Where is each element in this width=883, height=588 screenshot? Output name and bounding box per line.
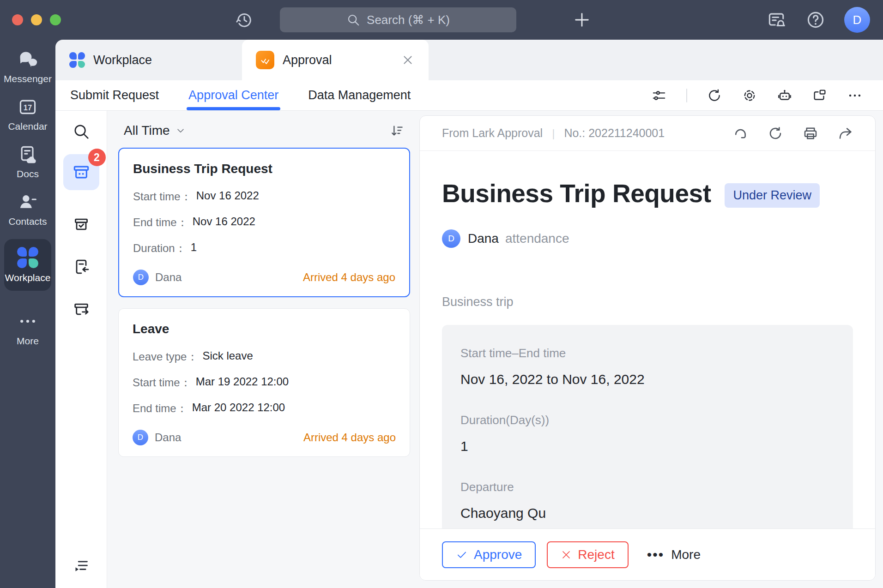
check-icon <box>456 549 468 561</box>
sidebar-item-label: Calendar <box>8 121 47 132</box>
card-title: Business Trip Request <box>133 162 395 176</box>
sidebar-item-label: More <box>17 336 39 347</box>
pending-approvals-icon[interactable]: 2 <box>63 154 99 190</box>
sidebar-item-label: Contacts <box>9 216 47 227</box>
requester-avatar: D <box>133 270 149 285</box>
toolbar-divider <box>686 89 687 102</box>
tab-popout-icon[interactable] <box>812 88 828 103</box>
minimize-window-button[interactable] <box>31 14 42 25</box>
sidebar-item-docs[interactable]: Docs <box>17 144 39 180</box>
card-row: End time： Nov 16 2022 <box>133 215 395 230</box>
subnav-approval-center[interactable]: Approval Center <box>188 80 278 110</box>
status-badge: Under Review <box>725 183 820 208</box>
form-field: Departure Chaoyang Qu <box>460 480 835 521</box>
approval-list-panel: All Time Business Trip Request <box>107 111 417 588</box>
new-tab-plus-icon[interactable] <box>573 11 591 29</box>
more-dots-icon[interactable] <box>847 88 863 103</box>
approval-card-leave[interactable]: Leave Leave type： Sick leave Start time：… <box>118 308 410 457</box>
zoom-window-button[interactable] <box>50 14 61 25</box>
print-icon[interactable] <box>802 125 819 142</box>
card-row: Duration： 1 <box>133 241 395 256</box>
history-icon[interactable] <box>235 10 254 30</box>
tab-workplace[interactable]: Workplace <box>55 40 242 80</box>
workplace-icon <box>17 247 38 268</box>
approve-button[interactable]: Approve <box>442 541 536 568</box>
subnav-submit-request[interactable]: Submit Request <box>70 80 159 110</box>
docs-icon <box>18 144 38 164</box>
processed-icon[interactable] <box>72 215 91 234</box>
arrived-timestamp: Arrived 4 days ago <box>303 431 396 444</box>
detail-source: From Lark Approval <box>442 126 543 140</box>
search-input[interactable]: Search (⌘ + K) <box>280 7 516 32</box>
sent-icon[interactable] <box>72 300 91 318</box>
window-controls <box>12 14 61 25</box>
content-area: Workplace Approval S <box>55 40 883 588</box>
tab-label: Approval <box>283 53 332 67</box>
app-window: Search (⌘ + K) D <box>0 0 883 588</box>
collapse-list-icon[interactable] <box>72 557 91 575</box>
received-icon[interactable] <box>72 258 91 276</box>
approval-app-icon <box>256 51 274 69</box>
form-field: Duration(Day(s)) 1 <box>460 413 835 454</box>
tab-approval[interactable]: Approval <box>242 40 429 80</box>
calendar-icon: 17 <box>18 96 38 117</box>
subnav-data-management[interactable]: Data Management <box>308 80 411 110</box>
refresh-icon[interactable] <box>767 125 784 142</box>
sidebar-item-label: Messenger <box>4 73 52 84</box>
svg-text:17: 17 <box>24 103 32 112</box>
titlebar: Search (⌘ + K) D <box>0 0 883 40</box>
messenger-icon <box>18 49 38 69</box>
approval-action-bar: Approve Reject ••• More <box>420 528 875 580</box>
requester-name: Dana <box>468 231 499 246</box>
requester-name: Dana <box>155 271 181 284</box>
pending-count-badge: 2 <box>88 149 106 166</box>
card-row: End time： Mar 20 2022 12:00 <box>133 401 396 416</box>
close-tab-icon[interactable] <box>401 53 415 67</box>
search-approvals-icon[interactable] <box>73 123 90 140</box>
sidebar-item-more[interactable]: More <box>17 311 39 347</box>
contacts-icon <box>18 192 38 212</box>
header-divider: | <box>552 127 555 140</box>
card-title: Leave <box>133 322 396 336</box>
announcement-icon[interactable] <box>767 10 787 30</box>
support-headset-icon[interactable] <box>732 125 749 142</box>
approval-subnav: Submit Request Approval Center Data Mana… <box>55 80 883 111</box>
share-icon[interactable] <box>837 125 854 142</box>
help-icon[interactable] <box>805 10 826 30</box>
user-avatar[interactable]: D <box>844 7 870 33</box>
card-row: Leave type： Sick leave <box>133 349 396 364</box>
tab-strip: Workplace Approval <box>55 40 883 80</box>
detail-title: Business Trip Request <box>442 179 711 208</box>
settings-gear-icon[interactable] <box>742 88 757 103</box>
search-icon <box>346 13 360 27</box>
card-row: Start time： Mar 19 2022 12:00 <box>133 375 396 390</box>
chevron-down-icon <box>175 126 186 136</box>
card-row: Start time： Nov 16 2022 <box>133 189 395 204</box>
refresh-icon[interactable] <box>707 88 722 103</box>
form-field: Start time–End time Nov 16, 2022 to Nov … <box>460 346 835 387</box>
time-filter-dropdown[interactable]: All Time <box>124 123 186 138</box>
sort-icon[interactable] <box>390 123 405 138</box>
more-dots-icon: ••• <box>647 552 665 557</box>
approval-card-business-trip[interactable]: Business Trip Request Start time： Nov 16… <box>118 148 410 297</box>
bot-icon[interactable] <box>777 88 792 103</box>
sidebar-item-label: Docs <box>17 168 39 180</box>
sidebar-item-messenger[interactable]: Messenger <box>4 49 52 84</box>
sidebar-item-label: Workplace <box>5 272 51 283</box>
reject-button[interactable]: Reject <box>547 541 628 568</box>
filter-sliders-icon[interactable] <box>651 88 667 103</box>
requester-name: Dana <box>155 431 181 444</box>
approval-tool-rail: 2 <box>55 111 107 588</box>
close-window-button[interactable] <box>12 14 23 25</box>
more-dots-icon <box>18 311 38 331</box>
app-sidebar: Messenger 17 Calendar Docs <box>0 40 55 588</box>
sidebar-item-calendar[interactable]: 17 Calendar <box>8 96 47 132</box>
requester-avatar: D <box>133 430 148 445</box>
requester-avatar: D <box>442 229 460 248</box>
arrived-timestamp: Arrived 4 days ago <box>303 271 395 284</box>
sidebar-item-contacts[interactable]: Contacts <box>9 192 47 227</box>
more-actions-button[interactable]: ••• More <box>647 547 701 562</box>
sidebar-item-workplace[interactable]: Workplace <box>4 239 51 291</box>
x-icon <box>561 549 572 560</box>
tab-label: Workplace <box>93 53 152 67</box>
